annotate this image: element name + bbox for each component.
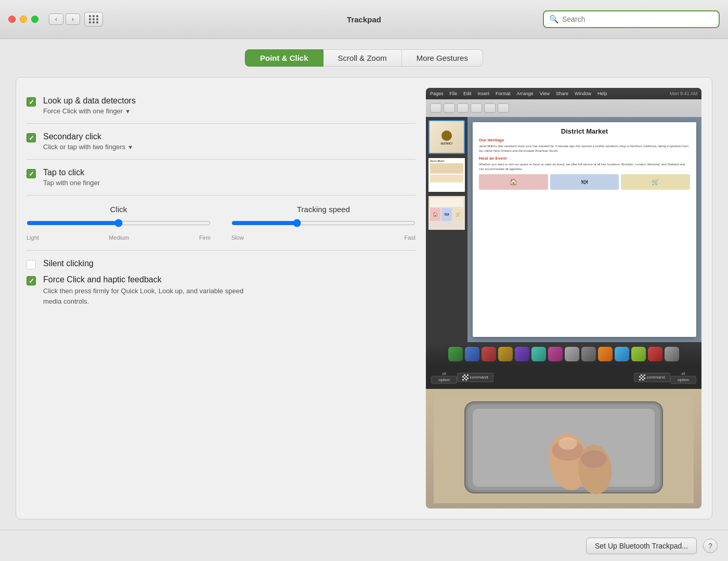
menu-edit: Edit <box>463 91 472 96</box>
toolbar-btn-1 <box>430 103 441 113</box>
keyboard-row: alt option command <box>426 366 701 389</box>
silent-clicking-title: Silent clicking <box>43 259 94 268</box>
dock-icon-6 <box>531 347 546 361</box>
sliders-section: Click Light Medium Firm Tracking speed <box>27 195 415 251</box>
minimize-button[interactable] <box>20 16 27 23</box>
look-up-checkbox-wrapper[interactable] <box>27 97 36 107</box>
tap-to-click-subtitle: Tap with one finger <box>43 179 100 187</box>
secondary-click-checkbox-wrapper[interactable] <box>27 133 36 142</box>
command-left-key: command <box>457 373 493 382</box>
dock-icon-9 <box>581 347 596 361</box>
tab-more-gestures[interactable]: More Gestures <box>402 49 483 67</box>
pages-paper: District Market Our Heritage Janet Mille… <box>473 122 696 337</box>
alt-left-small: alt <box>442 372 446 375</box>
bottom-bar: Set Up Bluetooth Trackpad... ? <box>0 530 728 561</box>
tap-to-click-text: Tap to click Tap with one finger <box>43 168 100 187</box>
menu-insert: Insert <box>478 91 490 96</box>
menu-help: Help <box>597 91 607 96</box>
secondary-click-text: Secondary click Click or tap with two fi… <box>43 132 133 151</box>
pages-doc-heading1: Our Heritage <box>479 138 690 142</box>
pages-dock <box>426 342 701 366</box>
dock-icon-2 <box>465 347 479 361</box>
secondary-click-title: Secondary click <box>43 132 133 141</box>
dock-icon-7 <box>548 347 563 361</box>
key-group-command-right: command <box>634 373 670 382</box>
menu-view: View <box>540 91 550 96</box>
alt-right-small: alt <box>681 372 685 375</box>
dock-icon-12 <box>631 347 646 361</box>
forward-button[interactable]: › <box>66 14 80 25</box>
menu-window: Window <box>575 91 591 96</box>
secondary-click-checkbox[interactable] <box>27 133 36 142</box>
tap-to-click-checkbox-wrapper[interactable] <box>27 169 36 178</box>
key-group-command-left: command <box>457 373 493 382</box>
grid-button[interactable] <box>84 12 103 27</box>
dock-icon-11 <box>615 347 629 361</box>
toolbar-btn-5 <box>484 103 496 113</box>
toolbar-btn-4 <box>471 103 482 113</box>
tabs: Point & Click Scroll & Zoom More Gesture… <box>16 49 712 67</box>
force-click-text: Force Click and haptic feedback Click th… <box>43 275 262 306</box>
search-input[interactable] <box>562 15 713 23</box>
click-slider-labels: Light Medium Firm <box>27 234 211 241</box>
thumbnail-2: District Market <box>428 158 465 192</box>
look-up-dropdown-arrow[interactable]: ▼ <box>125 108 131 114</box>
titlebar: ‹ › Trackpad 🔍 <box>0 0 728 39</box>
tracking-slider-label: Tracking speed <box>297 205 350 214</box>
tracking-slider-container <box>231 219 415 229</box>
main-content: Point & Click Scroll & Zoom More Gesture… <box>0 39 728 530</box>
tracking-max-label: Fast <box>405 234 415 241</box>
click-slider-group: Click Light Medium Firm <box>27 205 211 241</box>
menu-format: Format <box>496 91 511 96</box>
tab-scroll-zoom[interactable]: Scroll & Zoom <box>323 49 402 67</box>
secondary-click-dropdown-arrow[interactable]: ▼ <box>127 144 133 150</box>
click-slider[interactable] <box>27 219 211 227</box>
help-button[interactable]: ? <box>703 539 718 553</box>
thumbnail-1: DISTRICT <box>428 120 465 154</box>
search-box[interactable]: 🔍 <box>543 10 720 28</box>
pages-inner: Pages File Edit Insert Format Arrange Vi… <box>426 88 701 389</box>
click-slider-label: Click <box>110 205 127 214</box>
force-click-checkbox[interactable] <box>27 276 36 285</box>
pages-doc-body2: Whether you want to rent our space or ha… <box>479 162 690 172</box>
click-max-label: Firm <box>199 234 211 241</box>
toolbar-btn-2 <box>444 103 455 113</box>
thumbnail-3: 🏠 🍽 🛒 <box>428 196 465 230</box>
bottom-settings: Silent clicking Force Click and haptic f… <box>27 251 415 306</box>
tracking-slider-group: Tracking speed Slow Fast <box>231 205 415 241</box>
pages-doc: District Market Our Heritage Janet Mille… <box>467 117 701 342</box>
dock-icon-10 <box>598 347 613 361</box>
settings-left: Look up & data detectors Force Click wit… <box>27 88 415 508</box>
search-icon: 🔍 <box>549 15 559 24</box>
tracking-slider[interactable] <box>231 219 415 227</box>
silent-clicking-checkbox[interactable] <box>27 260 36 269</box>
content-panel: Look up & data detectors Force Click wit… <box>16 77 712 519</box>
tab-point-click[interactable]: Point & Click <box>245 49 323 67</box>
bluetooth-button[interactable]: Set Up Bluetooth Trackpad... <box>586 538 697 554</box>
force-click-checkbox-wrapper[interactable] <box>27 276 36 285</box>
pages-sidebar: DISTRICT District Market <box>426 117 467 342</box>
toolbar-btn-6 <box>498 103 509 113</box>
click-slider-container <box>27 219 211 229</box>
svg-point-6 <box>558 437 577 450</box>
key-group-alt-right: alt option <box>670 372 696 384</box>
force-click-title: Force Click and haptic feedback <box>43 275 262 284</box>
pages-screenshot: Pages File Edit Insert Format Arrange Vi… <box>426 88 701 389</box>
toolbar-btn-3 <box>457 103 469 113</box>
silent-clicking-checkbox-wrapper[interactable] <box>27 260 36 269</box>
menu-share: Share <box>556 91 568 96</box>
pages-content-area: DISTRICT District Market <box>426 117 701 342</box>
close-button[interactable] <box>8 16 16 23</box>
tap-to-click-setting: Tap to click Tap with one finger <box>27 160 415 195</box>
dock-icon-5 <box>515 347 529 361</box>
dock-icon-8 <box>565 347 579 361</box>
nav-buttons: ‹ › <box>49 14 80 25</box>
look-up-checkbox[interactable] <box>27 97 36 107</box>
click-mid-label: Medium <box>109 234 129 241</box>
menu-file: File <box>450 91 458 96</box>
tap-to-click-checkbox[interactable] <box>27 169 36 178</box>
dock-icon-13 <box>648 347 662 361</box>
dock-icon-3 <box>482 347 496 361</box>
maximize-button[interactable] <box>31 16 38 23</box>
back-button[interactable]: ‹ <box>49 14 63 25</box>
